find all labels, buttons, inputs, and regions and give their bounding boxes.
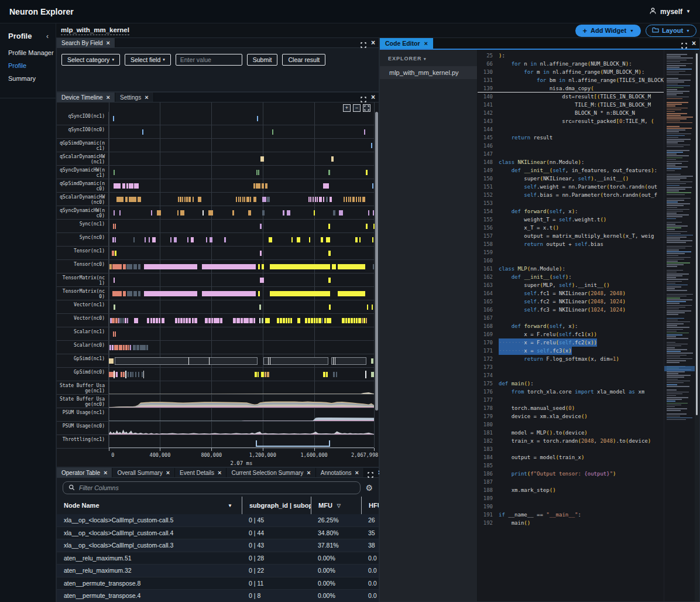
close-icon[interactable]: × bbox=[166, 469, 170, 476]
code-line[interactable]: 153 bbox=[478, 199, 664, 207]
track-lane[interactable] bbox=[109, 220, 374, 232]
zoom-in-button[interactable]: + bbox=[343, 104, 351, 112]
code-line[interactable]: 152 self.bias = nn.Parameter(torch.randn… bbox=[478, 191, 664, 199]
sidebar-item-profile[interactable]: Profile bbox=[0, 59, 56, 72]
clear-result-button[interactable]: Clear result bbox=[282, 54, 325, 66]
add-widget-button[interactable]: + Add Widget ▼ bbox=[575, 25, 641, 37]
code-line[interactable]: 66 for n in nl.affine_range(NUM_BLOCK_N)… bbox=[478, 60, 664, 68]
code-minimap[interactable] bbox=[664, 50, 695, 601]
track-lane[interactable] bbox=[109, 273, 374, 286]
code-area[interactable]: 25):66 for n in nl.affine_range(NUM_BLOC… bbox=[478, 50, 664, 601]
code-line[interactable]: 174 bbox=[478, 371, 664, 379]
filter-columns-box[interactable] bbox=[63, 481, 361, 494]
track-lane[interactable] bbox=[109, 435, 374, 448]
close-icon[interactable]: × bbox=[692, 39, 696, 47]
track-lane[interactable] bbox=[109, 354, 374, 367]
code-line[interactable]: 167 bbox=[478, 314, 664, 322]
code-scrollbar[interactable] bbox=[695, 50, 699, 601]
column-header[interactable]: MFU▽ bbox=[311, 497, 361, 514]
code-line[interactable]: 154 def forward(self, x): bbox=[478, 207, 664, 216]
column-header[interactable]: subgraph_id | subop_id▽ bbox=[242, 497, 311, 514]
code-line[interactable]: 170········x = F.relu(self.fc2(x)) bbox=[478, 338, 664, 347]
column-header[interactable]: Node Name▼ bbox=[57, 497, 242, 514]
explorer-file-item[interactable]: mlp_with_mm_kernel.py bbox=[380, 66, 477, 79]
code-line[interactable]: 182 train_x = torch.randn(2048, 2048).to… bbox=[478, 437, 664, 445]
code-line[interactable]: 171········x = self.fc3(x) bbox=[478, 347, 664, 355]
code-line[interactable]: 188 xm.mark_step() bbox=[478, 486, 664, 494]
code-line[interactable]: 145 return result bbox=[478, 134, 664, 142]
track-lane[interactable] bbox=[109, 300, 374, 313]
code-line[interactable]: 191if __name__ == "__main__": bbox=[478, 511, 664, 519]
track-lane[interactable] bbox=[109, 287, 374, 300]
gear-icon[interactable]: ⚙ bbox=[365, 483, 373, 492]
code-line[interactable]: 176 from torch_xla.core import xla_model… bbox=[478, 388, 664, 396]
track-lane[interactable] bbox=[109, 408, 374, 421]
code-line[interactable]: 162 def __init__(self): bbox=[478, 273, 664, 281]
code-line[interactable]: 173 bbox=[478, 363, 664, 371]
tab-current-selection-summary[interactable]: Current Selection Summary× bbox=[227, 468, 315, 477]
code-line[interactable]: 166 self.fc3 = NKILinear(1024, 1024) bbox=[478, 306, 664, 314]
table-row[interactable]: xla__op_<locals>CallImpl_custom-call.40 … bbox=[57, 527, 379, 540]
sort-icon[interactable]: ▽ bbox=[337, 503, 341, 508]
table-row[interactable]: aten__relu_maximum.510 | 280.00%0.0 bbox=[57, 552, 379, 565]
track-lane[interactable] bbox=[109, 314, 374, 327]
table-row[interactable]: aten__permute_transpose.40 | 80.00%0.0 bbox=[57, 590, 379, 602]
expand-icon[interactable] bbox=[681, 40, 687, 46]
code-line[interactable]: 172 return F.log_softmax(x, dim=1) bbox=[478, 355, 664, 363]
code-line[interactable]: 156 x_T = x.t() bbox=[478, 224, 664, 232]
code-line[interactable]: 139 nisa.dma_copy( bbox=[478, 84, 664, 93]
code-line[interactable]: 187 bbox=[478, 478, 664, 486]
close-icon[interactable]: × bbox=[107, 94, 110, 101]
close-icon[interactable]: × bbox=[307, 469, 310, 476]
code-line[interactable]: 149 def __init__(self, in_features, out_… bbox=[478, 166, 664, 175]
code-line[interactable]: 181 model = MLP().to(device) bbox=[478, 429, 664, 437]
timeline-chart[interactable]: + − qSyncIO0(nc1)qSyncIO0(nc0)qGpSimdDyn… bbox=[57, 102, 379, 467]
track-lane[interactable] bbox=[109, 166, 374, 179]
code-line[interactable]: 180 bbox=[478, 420, 664, 429]
table-row[interactable]: aten__permute_transpose.80 | 110.00%0.0 bbox=[57, 577, 379, 590]
track-lane[interactable] bbox=[109, 247, 374, 259]
code-line[interactable]: 179 device = xm.xla_device() bbox=[478, 412, 664, 420]
track-lane[interactable] bbox=[109, 139, 374, 152]
track-lane[interactable] bbox=[109, 206, 374, 219]
code-line[interactable]: 155 weight_T = self.weight.t() bbox=[478, 216, 664, 224]
code-line[interactable]: 168 def forward(self, x): bbox=[478, 322, 664, 330]
collapse-sidebar-icon[interactable]: ‹ bbox=[46, 32, 49, 40]
select-category-button[interactable]: Select category▾ bbox=[61, 54, 120, 66]
track-lane[interactable] bbox=[109, 341, 374, 354]
close-icon[interactable]: × bbox=[104, 469, 107, 476]
code-line[interactable]: 144 bbox=[478, 125, 664, 134]
user-menu[interactable]: myself ▼ bbox=[649, 7, 691, 16]
track-lane[interactable] bbox=[109, 422, 374, 435]
tab-overall-summary[interactable]: Overall Summary× bbox=[112, 468, 175, 477]
code-line[interactable]: 131 for bm in nl.affine_range(TILES_IN_B… bbox=[478, 76, 664, 84]
code-line[interactable]: 184 output = model(train_x) bbox=[478, 453, 664, 461]
code-line[interactable]: 148class NKILinear(nn.Module): bbox=[478, 158, 664, 166]
tab-operator-table[interactable]: Operator Table× bbox=[57, 468, 112, 477]
code-line[interactable]: 140 dst=result[(TILES_IN_BLOCK_M bbox=[478, 93, 664, 101]
track-lane[interactable] bbox=[109, 260, 374, 273]
track-lane[interactable] bbox=[109, 327, 374, 340]
code-line[interactable]: 161class MLP(nn.Module): bbox=[478, 265, 664, 273]
submit-button[interactable]: Submit bbox=[247, 54, 278, 66]
code-line[interactable]: 192 main() bbox=[478, 519, 664, 527]
code-line[interactable]: 189 bbox=[478, 494, 664, 502]
code-line[interactable]: 164 self.fc1 = NKILinear(2048, 2048) bbox=[478, 289, 664, 297]
close-icon[interactable]: × bbox=[355, 469, 359, 476]
selection-bracket[interactable] bbox=[256, 440, 330, 447]
expand-icon[interactable] bbox=[368, 470, 373, 476]
code-line[interactable]: 147 bbox=[478, 150, 664, 158]
sidebar-item-profile-manager[interactable]: Profile Manager bbox=[0, 46, 56, 59]
code-line[interactable]: 185 bbox=[478, 461, 664, 470]
close-icon[interactable]: × bbox=[107, 39, 110, 46]
filter-columns-input[interactable] bbox=[79, 484, 355, 491]
code-line[interactable]: 183 bbox=[478, 445, 664, 453]
code-line[interactable]: 169 x = F.relu(self.fc1(x)) bbox=[478, 330, 664, 338]
code-line[interactable]: 150 super(NKILinear, self).__init__() bbox=[478, 175, 664, 183]
close-icon[interactable]: × bbox=[145, 94, 148, 101]
column-header[interactable]: HFU bbox=[361, 497, 379, 514]
code-line[interactable]: 151 self.weight = nn.Parameter(torch.ran… bbox=[478, 183, 664, 191]
code-line[interactable]: 175def main(): bbox=[478, 379, 664, 388]
code-line[interactable]: 143 src=result_packed[0:TILE_M, ( bbox=[478, 117, 664, 125]
code-line[interactable]: 141 TILE_M:(TILES_IN_BLOCK_M bbox=[478, 101, 664, 109]
